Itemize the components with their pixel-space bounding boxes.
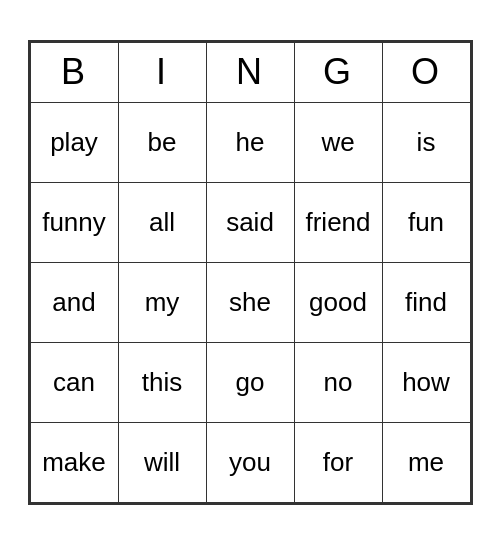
cell-r2-c1: my: [118, 262, 206, 342]
cell-r1-c3: friend: [294, 182, 382, 262]
cell-r3-c3: no: [294, 342, 382, 422]
cell-r2-c0: and: [30, 262, 118, 342]
cell-r0-c0: play: [30, 102, 118, 182]
cell-r1-c0: funny: [30, 182, 118, 262]
cell-r1-c1: all: [118, 182, 206, 262]
cell-r0-c1: be: [118, 102, 206, 182]
table-row: makewillyouforme: [30, 422, 470, 502]
bingo-card: BINGO playbeheweisfunnyallsaidfriendfuna…: [28, 40, 473, 505]
cell-r1-c2: said: [206, 182, 294, 262]
header-i: I: [118, 42, 206, 102]
cell-r2-c3: good: [294, 262, 382, 342]
header-b: B: [30, 42, 118, 102]
cell-r2-c2: she: [206, 262, 294, 342]
cell-r4-c4: me: [382, 422, 470, 502]
bingo-table: BINGO playbeheweisfunnyallsaidfriendfuna…: [30, 42, 471, 503]
header-o: O: [382, 42, 470, 102]
cell-r3-c0: can: [30, 342, 118, 422]
cell-r0-c4: is: [382, 102, 470, 182]
cell-r0-c2: he: [206, 102, 294, 182]
cell-r3-c4: how: [382, 342, 470, 422]
header-g: G: [294, 42, 382, 102]
cell-r0-c3: we: [294, 102, 382, 182]
table-row: canthisgonohow: [30, 342, 470, 422]
table-row: playbeheweis: [30, 102, 470, 182]
cell-r3-c1: this: [118, 342, 206, 422]
cell-r4-c1: will: [118, 422, 206, 502]
cell-r4-c3: for: [294, 422, 382, 502]
cell-r4-c0: make: [30, 422, 118, 502]
table-row: andmyshegoodfind: [30, 262, 470, 342]
cell-r1-c4: fun: [382, 182, 470, 262]
cell-r2-c4: find: [382, 262, 470, 342]
cell-r4-c2: you: [206, 422, 294, 502]
header-row: BINGO: [30, 42, 470, 102]
cell-r3-c2: go: [206, 342, 294, 422]
header-n: N: [206, 42, 294, 102]
table-row: funnyallsaidfriendfun: [30, 182, 470, 262]
